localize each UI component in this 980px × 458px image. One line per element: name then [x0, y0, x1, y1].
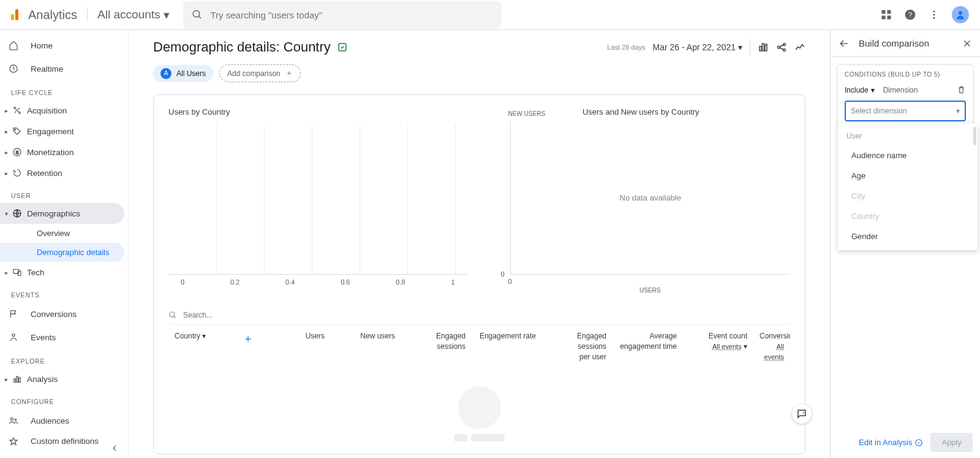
sidebar-label: Retention: [27, 169, 62, 178]
bar-chart-area: [168, 121, 467, 275]
trash-icon[interactable]: [957, 85, 966, 94]
panel-footer: Edit in Analysis Apply: [831, 427, 980, 458]
help-icon[interactable]: ?: [904, 9, 916, 21]
tag-icon: [12, 126, 24, 136]
no-data-message: No data available: [620, 193, 681, 202]
svg-point-11: [959, 11, 962, 15]
sidebar-item-home[interactable]: Home: [0, 34, 124, 57]
svg-point-14: [19, 112, 21, 114]
select-dimension-dropdown[interactable]: Select dimension ▾: [845, 101, 966, 121]
svg-line-36: [174, 316, 176, 318]
plus-icon: ＋: [285, 68, 293, 78]
sidebar-label: Tech: [27, 268, 45, 277]
dropdown-item-city: City: [838, 186, 978, 206]
chevron-right-icon: ▸: [2, 149, 10, 156]
col-event-count[interactable]: Event countAll events ▾: [683, 331, 753, 352]
dropdown-item-country: Country: [838, 206, 978, 226]
sidebar-item-events[interactable]: Events: [0, 326, 124, 349]
back-arrow-icon[interactable]: [838, 37, 850, 50]
dropdown-item-gender[interactable]: Gender: [838, 226, 978, 246]
sidebar-section-user: USER: [0, 183, 128, 203]
more-vert-icon[interactable]: [929, 9, 940, 20]
svg-point-15: [15, 129, 16, 130]
col-new-users[interactable]: New users: [331, 331, 401, 342]
insights-icon[interactable]: [794, 42, 805, 53]
table-search: [168, 306, 790, 325]
sidebar-item-demographics[interactable]: ▾ Demographics: [0, 203, 124, 224]
col-conversions[interactable]: ConversionsAll events: [753, 331, 790, 362]
sidebar-item-acquisition[interactable]: ▸ Acquisition: [0, 100, 124, 121]
svg-point-35: [170, 312, 175, 317]
chart-users-newusers-by-country: Users and New users by Country NEW USERS…: [492, 107, 791, 294]
scrollbar[interactable]: [973, 127, 976, 145]
customize-report-icon[interactable]: [758, 42, 769, 53]
conversions-filter-dropdown[interactable]: All events: [764, 343, 784, 361]
devices-icon: [12, 267, 24, 277]
x-axis-label: USERS: [510, 287, 791, 294]
col-avg-engagement-time[interactable]: Averageengagement time: [612, 331, 683, 352]
svg-rect-3: [888, 10, 891, 14]
sidebar-item-audiences[interactable]: Audiences: [0, 409, 124, 432]
feedback-button[interactable]: [792, 404, 812, 424]
sidebar-sub-overview[interactable]: Overview: [0, 224, 124, 243]
panel-title: Build comparison: [859, 38, 953, 48]
sidebar-label: Analysis: [27, 375, 58, 384]
col-users[interactable]: Users: [260, 331, 331, 342]
close-icon[interactable]: [962, 38, 973, 49]
account-picker[interactable]: All accounts ▾: [97, 8, 170, 22]
sidebar-label: Conversions: [31, 310, 77, 319]
dropdown-item-audience-name[interactable]: Audience name: [838, 145, 978, 166]
collapse-sidebar-button[interactable]: [110, 443, 119, 453]
sidebar-item-admin[interactable]: Admin: [0, 451, 124, 458]
build-comparison-panel: Build comparison CONDITIONS (BUILD UP TO…: [830, 30, 980, 458]
col-engagement-rate[interactable]: Engagement rate: [472, 331, 542, 342]
add-dimension-button[interactable]: ＋: [236, 331, 260, 346]
share-icon[interactable]: [776, 42, 787, 53]
app-name: Analytics: [28, 8, 77, 22]
add-comparison-chip[interactable]: Add comparison ＋: [219, 64, 301, 82]
svg-point-10: [933, 17, 935, 19]
tick: 1: [451, 278, 454, 286]
search-box[interactable]: [183, 1, 502, 29]
table-search-input[interactable]: [183, 311, 790, 319]
sidebar-label: Realtime: [31, 64, 63, 74]
main-content: Demographic details: Country Last 28 day…: [129, 30, 830, 458]
sidebar-sub-demographic-details[interactable]: Demographic details: [0, 243, 124, 262]
sidebar-item-realtime[interactable]: Realtime: [0, 57, 124, 80]
col-engaged-sessions[interactable]: Engaged sessions: [401, 331, 472, 352]
sidebar-item-analysis[interactable]: ▸ Analysis: [0, 368, 124, 389]
tick: 0.2: [230, 278, 239, 286]
person-icon: [9, 332, 21, 342]
svg-rect-24: [19, 378, 21, 382]
sidebar-item-retention[interactable]: ▸ Retention: [0, 162, 124, 183]
sidebar-label: Home: [31, 41, 53, 50]
col-engaged-per-user[interactable]: Engaged sessionsper user: [542, 331, 612, 362]
account-avatar[interactable]: [952, 6, 969, 23]
conditions-label: CONDITIONS (BUILD UP TO 5): [837, 65, 973, 82]
col-country[interactable]: Country ▾: [168, 331, 236, 342]
edit-in-analysis-button[interactable]: Edit in Analysis: [859, 438, 923, 447]
sidebar-item-custom[interactable]: Custom definitions: [0, 432, 124, 451]
sidebar-item-monetization[interactable]: ▸ $ Monetization: [0, 142, 124, 162]
dropdown-item-age[interactable]: Age: [838, 166, 978, 186]
date-range-picker[interactable]: Mar 26 - Apr 22, 2021 ▾: [653, 42, 742, 52]
sidebar-item-conversions[interactable]: Conversions: [0, 302, 124, 326]
people-icon: [9, 416, 21, 426]
search-input[interactable]: [210, 10, 493, 20]
dropdown-group-user: User: [838, 127, 978, 145]
sidebar-section-explore: EXPLORE: [0, 349, 128, 368]
sidebar-item-engagement[interactable]: ▸ Engagement: [0, 121, 124, 142]
event-filter-dropdown[interactable]: All events: [712, 343, 742, 350]
svg-rect-2: [882, 10, 886, 14]
chevron-down-icon: ▾: [2, 210, 10, 217]
scatter-chart-area: NEW USERS No data available 0 0: [510, 121, 791, 275]
verified-icon: [337, 42, 348, 53]
svg-text:?: ?: [908, 10, 913, 18]
apps-icon[interactable]: [881, 9, 892, 20]
sidebar-label: Audiences: [31, 416, 69, 426]
sidebar-item-tech[interactable]: ▸ Tech: [0, 262, 124, 283]
include-exclude-dropdown[interactable]: Include ▾: [845, 86, 875, 94]
dollar-icon: $: [12, 147, 24, 157]
chip-all-users[interactable]: A All Users: [153, 65, 213, 82]
y-axis-label: NEW USERS: [508, 110, 546, 117]
